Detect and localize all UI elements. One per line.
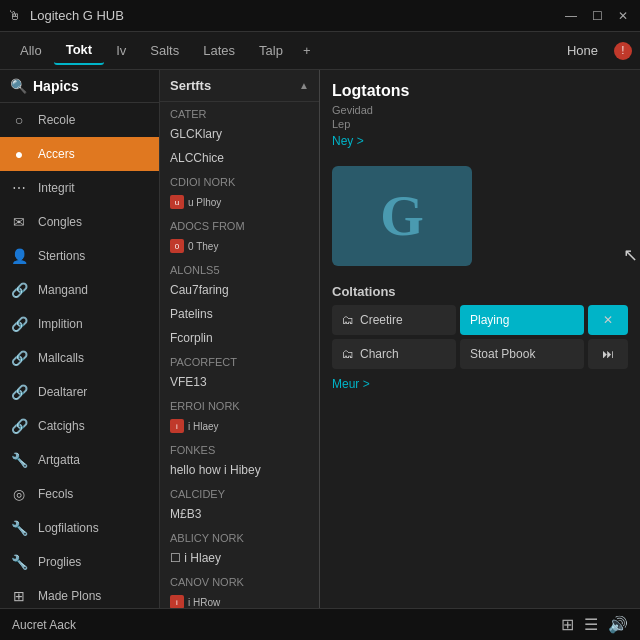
- dropdown-section-cdioi: CDIOI NORK: [160, 170, 319, 190]
- badge-red-icon: i: [170, 419, 184, 433]
- dropdown-section-erroi: ERROI NORK: [160, 394, 319, 414]
- action-row-2: 🗂 Charch Stoat Pbook ⏭: [332, 339, 628, 369]
- dropdown-section-adocs: Adocs from: [160, 214, 319, 234]
- close-button[interactable]: ✕: [614, 7, 632, 25]
- more-link[interactable]: Ney >: [332, 134, 628, 148]
- sidebar-item-mallcalls[interactable]: 🔗 Mallcalls: [0, 341, 159, 375]
- badge-red-icon: i: [170, 595, 184, 608]
- dropdown-chevron-icon: ▲: [299, 80, 309, 91]
- sidebar-item-label: Congles: [38, 215, 82, 229]
- bottom-bar: Aucret Aack ⊞ ☰ 🔊: [0, 608, 640, 640]
- list-item[interactable]: Fcorplin: [160, 326, 319, 350]
- logo-letter: G: [380, 184, 424, 248]
- catcighs-icon: 🔗: [10, 417, 28, 435]
- search-icon: 🔍: [10, 78, 27, 94]
- sidebar-item-recole[interactable]: ○ Recole: [0, 103, 159, 137]
- sidebar-item-label: Implition: [38, 317, 83, 331]
- window-controls: — ☐ ✕: [562, 7, 632, 25]
- dropdown-section-calcidey: Calcidey: [160, 482, 319, 502]
- playing-button[interactable]: Playing: [460, 305, 584, 335]
- logo-area-wrapper: G ↖: [332, 158, 628, 274]
- minimize-button[interactable]: —: [562, 7, 580, 25]
- subtitle-sub: Lep: [332, 118, 628, 130]
- sidebar-item-label: Logfilations: [38, 521, 99, 535]
- integrit-icon: ⋯: [10, 179, 28, 197]
- skip-icon: ⏭: [602, 347, 614, 361]
- badge-red-icon: 0: [170, 239, 184, 253]
- list-item[interactable]: 0 0 They: [160, 234, 319, 258]
- main-layout: 🔍 ✕ ○ Recole ● Accers ⋯ Integrit ✉ Congl…: [0, 70, 640, 608]
- proglies-icon: 🔧: [10, 553, 28, 571]
- sidebar-item-dealtarer[interactable]: 🔗 Dealtarer: [0, 375, 159, 409]
- sidebar-item-accers[interactable]: ● Accers: [0, 137, 159, 171]
- tab-talp[interactable]: Talp: [247, 37, 295, 64]
- charch-button[interactable]: 🗂 Charch: [332, 339, 456, 369]
- sidebar-item-artgatta[interactable]: 🔧 Artgatta: [0, 443, 159, 477]
- sidebar-item-logfilations[interactable]: 🔧 Logfilations: [0, 511, 159, 545]
- next-track-button[interactable]: ⏭: [588, 339, 628, 369]
- badge-red-icon: u: [170, 195, 184, 209]
- home-tab[interactable]: Hone: [555, 37, 610, 64]
- stoat-pbook-button[interactable]: Stoat Pbook: [460, 339, 584, 369]
- sidebar-search-bar: 🔍 ✕: [0, 70, 159, 103]
- congles-icon: ✉: [10, 213, 28, 231]
- sidebar-item-fecols[interactable]: ◎ Fecols: [0, 477, 159, 511]
- subtitle-label: Gevidad: [332, 104, 628, 116]
- list-item[interactable]: Patelins: [160, 302, 319, 326]
- list-item[interactable]: ☐ i Hlaey: [160, 546, 319, 570]
- list-item[interactable]: GLCKlary: [160, 122, 319, 146]
- add-tab-button[interactable]: +: [295, 39, 319, 62]
- tab-tokt[interactable]: Tokt: [54, 36, 104, 65]
- stertions-icon: 👤: [10, 247, 28, 265]
- mallcalls-icon: 🔗: [10, 349, 28, 367]
- sidebar-item-label: Stertions: [38, 249, 85, 263]
- cursor-icon: ↖: [623, 244, 638, 266]
- sidebar-item-label: Accers: [38, 147, 75, 161]
- tab-salts[interactable]: Salts: [138, 37, 191, 64]
- list-item[interactable]: i i Hlaey: [160, 414, 319, 438]
- tab-iv[interactable]: Iv: [104, 37, 138, 64]
- x-icon: ✕: [603, 313, 613, 327]
- list-item[interactable]: i i HRow: [160, 590, 319, 608]
- list-item[interactable]: M£B3: [160, 502, 319, 526]
- playing-label: Playing: [470, 313, 509, 327]
- list-item[interactable]: ALCChice: [160, 146, 319, 170]
- sidebar-item-label: Proglies: [38, 555, 81, 569]
- dropdown-section-alonls: Alonls5: [160, 258, 319, 278]
- sidebar-item-stertions[interactable]: 👤 Stertions: [0, 239, 159, 273]
- close-action-button[interactable]: ✕: [588, 305, 628, 335]
- sidebar-item-implition[interactable]: 🔗 Implition: [0, 307, 159, 341]
- bottom-status-text: Aucret Aack: [12, 618, 76, 632]
- list-item[interactable]: Cau7faring: [160, 278, 319, 302]
- search-input[interactable]: [33, 78, 160, 94]
- creetire-button[interactable]: 🗂 Creetire: [332, 305, 456, 335]
- sidebar-item-congles[interactable]: ✉ Congles: [0, 205, 159, 239]
- sidebar-item-mangand[interactable]: 🔗 Mangand: [0, 273, 159, 307]
- logo-area: G: [332, 166, 472, 266]
- grid-view-icon[interactable]: ⊞: [561, 615, 574, 634]
- list-view-icon[interactable]: ☰: [584, 615, 598, 634]
- sidebar-item-made-plons[interactable]: ⊞ Made Plons: [0, 579, 159, 608]
- dropdown-panel: Sertfts ▲ Cater GLCKlary ALCChice CDIOI …: [160, 70, 320, 608]
- maximize-button[interactable]: ☐: [588, 7, 606, 25]
- sidebar-item-label: Catcighs: [38, 419, 85, 433]
- tab-lates[interactable]: Lates: [191, 37, 247, 64]
- tab-allo[interactable]: Allo: [8, 37, 54, 64]
- list-item[interactable]: u u Plhoy: [160, 190, 319, 214]
- sidebar-item-label: Fecols: [38, 487, 73, 501]
- volume-icon[interactable]: 🔊: [608, 615, 628, 634]
- dropdown-section-canov: CANOV NORK: [160, 570, 319, 590]
- right-panel: Logtatons Gevidad Lep Ney > G ↖ Coltatio…: [320, 70, 640, 608]
- sidebar-item-integrit[interactable]: ⋯ Integrit: [0, 171, 159, 205]
- implition-icon: 🔗: [10, 315, 28, 333]
- list-item[interactable]: VFE13: [160, 370, 319, 394]
- list-item[interactable]: hello how i Hibey: [160, 458, 319, 482]
- dropdown-section-fonkes: FONKES: [160, 438, 319, 458]
- sidebar-item-proglies[interactable]: 🔧 Proglies: [0, 545, 159, 579]
- sidebar-item-catcighs[interactable]: 🔗 Catcighs: [0, 409, 159, 443]
- right-panel-title: Logtatons: [332, 82, 628, 100]
- more-actions-link[interactable]: Meur >: [332, 377, 628, 391]
- dropdown-section-pacorfect: Pacorfect: [160, 350, 319, 370]
- sidebar-item-label: Made Plons: [38, 589, 101, 603]
- mangand-icon: 🔗: [10, 281, 28, 299]
